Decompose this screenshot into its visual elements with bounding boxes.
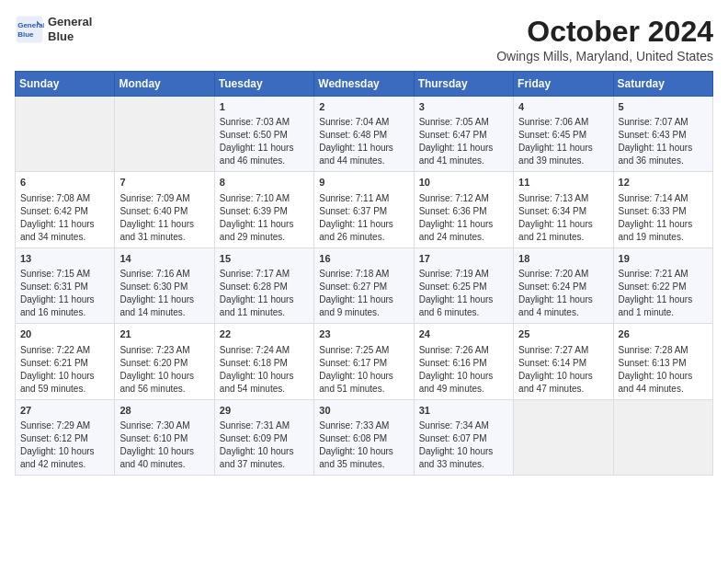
day-number: 28 [119,404,209,418]
day-number: 10 [419,176,508,190]
calendar-cell: 30Sunrise: 7:33 AM Sunset: 6:08 PM Dayli… [314,399,414,475]
calendar-cell: 8Sunrise: 7:10 AM Sunset: 6:39 PM Daylig… [214,172,313,247]
day-info: Sunrise: 7:31 AM Sunset: 6:09 PM Dayligh… [220,419,309,471]
day-number: 24 [419,327,508,341]
day-number: 1 [220,100,309,114]
day-info: Sunrise: 7:09 AM Sunset: 6:40 PM Dayligh… [119,192,209,244]
day-number: 17 [419,252,508,266]
day-number: 26 [619,327,708,341]
day-number: 25 [518,327,608,341]
weekday-header-sunday: Sunday [16,72,115,97]
day-number: 11 [518,176,608,190]
calendar-cell: 10Sunrise: 7:12 AM Sunset: 6:36 PM Dayli… [414,172,513,247]
logo-text: General Blue [48,15,92,43]
calendar-cell: 12Sunrise: 7:14 AM Sunset: 6:33 PM Dayli… [613,172,712,247]
svg-text:General: General [17,21,44,29]
day-info: Sunrise: 7:18 AM Sunset: 6:27 PM Dayligh… [319,268,408,319]
day-number: 5 [619,100,708,114]
location: Owings Mills, Maryland, United States [496,49,713,63]
day-number: 7 [119,176,209,190]
calendar-cell: 29Sunrise: 7:31 AM Sunset: 6:09 PM Dayli… [214,399,313,475]
calendar-cell: 21Sunrise: 7:23 AM Sunset: 6:20 PM Dayli… [115,324,214,399]
calendar-week-row: 6Sunrise: 7:08 AM Sunset: 6:42 PM Daylig… [16,172,713,247]
day-info: Sunrise: 7:07 AM Sunset: 6:43 PM Dayligh… [619,116,708,167]
day-number: 19 [619,252,708,266]
day-number: 15 [220,252,309,266]
calendar-cell: 9Sunrise: 7:11 AM Sunset: 6:37 PM Daylig… [314,172,414,247]
calendar-cell: 2Sunrise: 7:04 AM Sunset: 6:48 PM Daylig… [314,97,414,172]
day-info: Sunrise: 7:15 AM Sunset: 6:31 PM Dayligh… [20,268,109,319]
day-number: 18 [518,252,608,266]
calendar-cell: 5Sunrise: 7:07 AM Sunset: 6:43 PM Daylig… [613,97,712,172]
svg-text:Blue: Blue [17,30,34,39]
day-number: 23 [319,327,408,341]
day-info: Sunrise: 7:06 AM Sunset: 6:45 PM Dayligh… [518,116,608,167]
calendar-cell: 23Sunrise: 7:25 AM Sunset: 6:17 PM Dayli… [314,324,414,399]
month-title: October 2024 [496,15,713,49]
day-info: Sunrise: 7:23 AM Sunset: 6:20 PM Dayligh… [119,344,209,396]
calendar-cell [514,399,613,475]
day-info: Sunrise: 7:20 AM Sunset: 6:24 PM Dayligh… [518,268,608,319]
calendar-cell: 6Sunrise: 7:08 AM Sunset: 6:42 PM Daylig… [16,172,115,247]
day-number: 31 [419,404,508,418]
calendar-cell: 27Sunrise: 7:29 AM Sunset: 6:12 PM Dayli… [16,399,115,475]
logo-icon: General Blue [15,15,44,44]
day-number: 16 [319,252,408,266]
day-info: Sunrise: 7:16 AM Sunset: 6:30 PM Dayligh… [119,268,209,319]
day-info: Sunrise: 7:08 AM Sunset: 6:42 PM Dayligh… [20,192,109,244]
day-number: 9 [319,176,408,190]
day-info: Sunrise: 7:17 AM Sunset: 6:28 PM Dayligh… [220,268,309,319]
day-info: Sunrise: 7:28 AM Sunset: 6:13 PM Dayligh… [619,344,708,396]
day-info: Sunrise: 7:24 AM Sunset: 6:18 PM Dayligh… [220,344,309,396]
day-number: 20 [20,327,109,341]
calendar-cell: 3Sunrise: 7:05 AM Sunset: 6:47 PM Daylig… [414,97,513,172]
calendar-cell: 22Sunrise: 7:24 AM Sunset: 6:18 PM Dayli… [214,324,313,399]
day-info: Sunrise: 7:30 AM Sunset: 6:10 PM Dayligh… [119,419,209,471]
calendar-cell: 16Sunrise: 7:18 AM Sunset: 6:27 PM Dayli… [314,247,414,323]
calendar-week-row: 1Sunrise: 7:03 AM Sunset: 6:50 PM Daylig… [16,97,713,172]
calendar-cell: 7Sunrise: 7:09 AM Sunset: 6:40 PM Daylig… [115,172,214,247]
day-info: Sunrise: 7:26 AM Sunset: 6:16 PM Dayligh… [419,344,508,396]
calendar-cell: 19Sunrise: 7:21 AM Sunset: 6:22 PM Dayli… [613,247,712,323]
day-number: 4 [518,100,608,114]
day-info: Sunrise: 7:12 AM Sunset: 6:36 PM Dayligh… [419,192,508,244]
calendar-cell: 4Sunrise: 7:06 AM Sunset: 6:45 PM Daylig… [514,97,613,172]
calendar-table: SundayMondayTuesdayWednesdayThursdayFrid… [15,71,713,476]
day-info: Sunrise: 7:10 AM Sunset: 6:39 PM Dayligh… [220,192,309,244]
day-number: 3 [419,100,508,114]
day-number: 29 [220,404,309,418]
calendar-cell: 25Sunrise: 7:27 AM Sunset: 6:14 PM Dayli… [514,324,613,399]
day-info: Sunrise: 7:19 AM Sunset: 6:25 PM Dayligh… [419,268,508,319]
calendar-cell [613,399,712,475]
title-block: October 2024 Owings Mills, Maryland, Uni… [496,15,713,63]
weekday-header-thursday: Thursday [414,72,513,97]
calendar-cell [16,97,115,172]
day-info: Sunrise: 7:25 AM Sunset: 6:17 PM Dayligh… [319,344,408,396]
calendar-cell: 24Sunrise: 7:26 AM Sunset: 6:16 PM Dayli… [414,324,513,399]
day-number: 21 [119,327,209,341]
calendar-cell: 18Sunrise: 7:20 AM Sunset: 6:24 PM Dayli… [514,247,613,323]
calendar-cell: 17Sunrise: 7:19 AM Sunset: 6:25 PM Dayli… [414,247,513,323]
day-info: Sunrise: 7:22 AM Sunset: 6:21 PM Dayligh… [20,344,109,396]
calendar-cell: 1Sunrise: 7:03 AM Sunset: 6:50 PM Daylig… [214,97,313,172]
calendar-cell: 14Sunrise: 7:16 AM Sunset: 6:30 PM Dayli… [115,247,214,323]
day-info: Sunrise: 7:13 AM Sunset: 6:34 PM Dayligh… [518,192,608,244]
weekday-header-friday: Friday [514,72,613,97]
day-info: Sunrise: 7:21 AM Sunset: 6:22 PM Dayligh… [619,268,708,319]
day-info: Sunrise: 7:11 AM Sunset: 6:37 PM Dayligh… [319,192,408,244]
calendar-cell [115,97,214,172]
day-info: Sunrise: 7:03 AM Sunset: 6:50 PM Dayligh… [220,116,309,167]
weekday-header-wednesday: Wednesday [314,72,414,97]
calendar-cell: 31Sunrise: 7:34 AM Sunset: 6:07 PM Dayli… [414,399,513,475]
day-info: Sunrise: 7:34 AM Sunset: 6:07 PM Dayligh… [419,419,508,471]
day-number: 22 [220,327,309,341]
calendar-week-row: 20Sunrise: 7:22 AM Sunset: 6:21 PM Dayli… [16,324,713,399]
weekday-header-monday: Monday [115,72,214,97]
day-number: 8 [220,176,309,190]
calendar-week-row: 27Sunrise: 7:29 AM Sunset: 6:12 PM Dayli… [16,399,713,475]
day-number: 13 [20,252,109,266]
day-number: 2 [319,100,408,114]
calendar-cell: 11Sunrise: 7:13 AM Sunset: 6:34 PM Dayli… [514,172,613,247]
calendar-cell: 28Sunrise: 7:30 AM Sunset: 6:10 PM Dayli… [115,399,214,475]
page-header: General Blue General Blue October 2024 O… [15,15,713,63]
